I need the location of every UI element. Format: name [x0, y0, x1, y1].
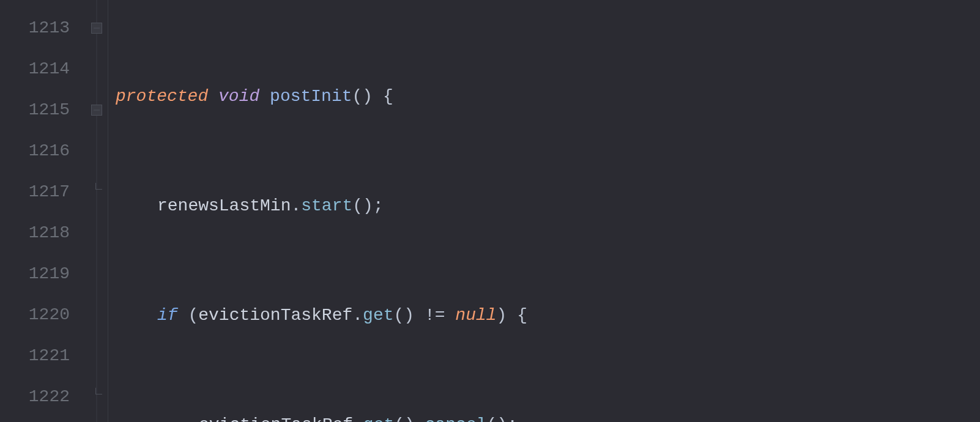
fold-end-icon — [95, 388, 102, 394]
method-name: postInit — [270, 88, 352, 105]
code-line[interactable]: evictionTaskRef.get().cancel(); — [116, 404, 980, 422]
fold-gutter — [86, 0, 108, 422]
code-line[interactable]: renewsLastMin.start(); — [116, 185, 980, 226]
identifier: renewsLastMin — [157, 198, 291, 215]
line-number: 1216 — [0, 130, 86, 171]
keyword-protected: protected — [116, 88, 208, 105]
line-number: 1214 — [0, 48, 86, 89]
brace-open: { — [383, 88, 393, 105]
line-number: 1213 — [0, 7, 86, 48]
line-number: 1221 — [0, 335, 86, 376]
parens: () — [394, 307, 415, 324]
keyword-void: void — [218, 88, 259, 105]
paren-open: ( — [188, 307, 198, 324]
parens: () — [352, 88, 373, 105]
line-number-gutter: 1213 1214 1215 1216 1217 1218 1219 1220 … — [0, 0, 86, 422]
method-call: get — [363, 307, 393, 324]
fold-handle-icon[interactable] — [91, 105, 102, 116]
semicolon: ; — [507, 416, 518, 423]
code-editor[interactable]: 1213 1214 1215 1216 1217 1218 1219 1220 … — [0, 0, 980, 422]
fold-handle-icon[interactable] — [91, 23, 102, 34]
line-number: 1220 — [0, 294, 86, 335]
line-number: 1217 — [0, 171, 86, 212]
code-line[interactable]: protected void postInit() { — [116, 76, 980, 117]
semicolon: ; — [373, 198, 384, 215]
parens: () — [394, 416, 415, 423]
parens: () — [352, 198, 373, 215]
method-call: get — [363, 416, 394, 423]
fold-end-icon — [95, 183, 102, 190]
keyword-if: if — [157, 307, 178, 324]
parens: () — [487, 416, 508, 423]
line-number: 1222 — [0, 376, 86, 417]
paren-close: ) — [497, 307, 507, 324]
operator-ne: != — [425, 307, 445, 324]
line-number: 1218 — [0, 212, 86, 253]
brace-open: { — [517, 307, 527, 324]
line-number: 1215 — [0, 89, 86, 130]
code-area[interactable]: protected void postInit() { renewsLastMi… — [108, 0, 980, 422]
method-call: start — [301, 198, 352, 215]
line-number: 1219 — [0, 253, 86, 294]
keyword-null: null — [455, 307, 496, 324]
identifier: evictionTaskRef — [198, 307, 352, 324]
code-line[interactable]: if (evictionTaskRef.get() != null) { — [116, 295, 980, 336]
method-call: cancel — [425, 416, 487, 423]
identifier: evictionTaskRef — [199, 416, 353, 423]
